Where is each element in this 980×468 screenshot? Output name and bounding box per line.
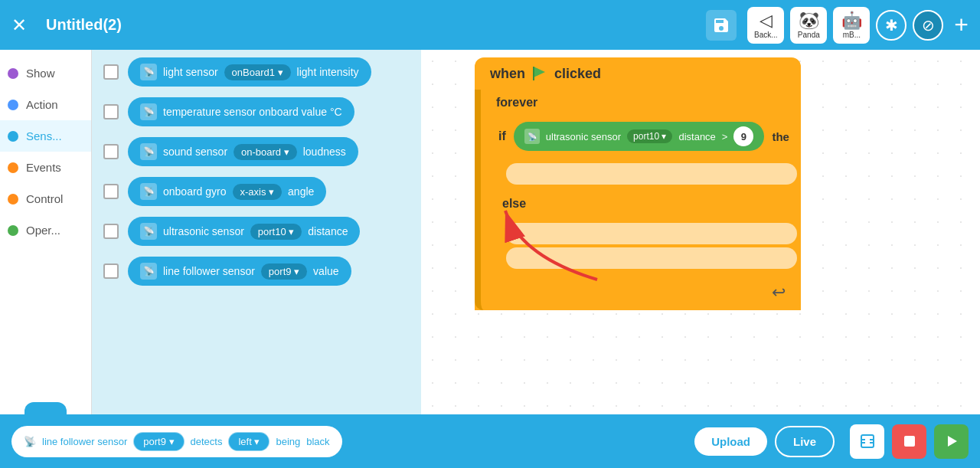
condition-block[interactable]: 📡 ultrasonic sensor port10 ▾ distance > …: [514, 122, 765, 151]
back-button[interactable]: ◁ Back...: [747, 7, 784, 44]
condition-value[interactable]: 9: [733, 126, 753, 146]
bottom-bar: 📡 line follower sensor port9 ▾ detects l…: [0, 414, 980, 468]
app-title: Untitled(2): [46, 16, 122, 34]
sensor-icon: 📡: [140, 183, 157, 200]
bottom-being-label: being: [276, 436, 300, 447]
gyro-sensor-label: onboard gyro: [163, 185, 227, 198]
mb-label: mB...: [843, 31, 861, 39]
sensor-icon: 📡: [140, 143, 157, 160]
list-item: 📡 ultrasonic sensor port10 ▾ distance: [103, 217, 410, 246]
gyro-sensor-value: angle: [288, 185, 314, 198]
if-block-header[interactable]: if 📡 ultrasonic sensor port10 ▾ distance…: [487, 116, 801, 157]
fit-screen-button[interactable]: [850, 424, 884, 459]
settings-icon: ⊘: [922, 16, 935, 34]
show-dot: [8, 68, 18, 79]
mb-button[interactable]: 🤖 mB...: [833, 7, 870, 44]
gyro-sensor-block[interactable]: 📡 onboard gyro x-axis ▾ angle: [128, 177, 326, 206]
panda-button[interactable]: 🐼 Panda: [790, 7, 827, 44]
header: ✕ Untitled(2) ◁ Back... 🐼 Panda 🤖 mB... …: [0, 0, 980, 50]
light-sensor-port-dropdown[interactable]: onBoard1 ▾: [224, 64, 291, 80]
ultrasonic-sensor-value: distance: [308, 225, 348, 237]
sound-sensor-port-dropdown[interactable]: on-board ▾: [234, 144, 297, 160]
bottom-color-label: black: [306, 436, 329, 447]
sound-sensor-value: loudness: [303, 146, 346, 158]
light-sensor-checkbox[interactable]: [103, 64, 119, 80]
sidebar-label-sensors: Sens...: [26, 129, 62, 142]
save-button[interactable]: [706, 10, 737, 41]
ultrasonic-condition-icon: 📡: [524, 129, 540, 144]
bottom-line-follower-block[interactable]: 📡 line follower sensor port9 ▾ detects l…: [11, 426, 342, 457]
temp-sensor-label: temperature sensor onboard value °C: [163, 106, 342, 118]
stop-button[interactable]: [892, 424, 926, 459]
sound-sensor-checkbox[interactable]: [103, 144, 119, 159]
sidebar-item-sensors[interactable]: Sens...: [0, 120, 91, 152]
ultrasonic-sensor-checkbox[interactable]: [103, 224, 119, 239]
settings-button[interactable]: ⊘: [913, 10, 943, 41]
gyro-sensor-checkbox[interactable]: [103, 184, 119, 199]
sidebar-item-action[interactable]: Action: [0, 89, 91, 120]
sidebar-label-events: Events: [26, 161, 61, 174]
svg-rect-1: [533, 67, 534, 80]
ultrasonic-port-dropdown[interactable]: port10 ▾: [250, 224, 302, 240]
add-button[interactable]: +: [954, 11, 969, 39]
live-button[interactable]: Live: [775, 426, 835, 457]
sidebar-label-control: Control: [26, 192, 63, 205]
list-item: 📡 light sensor onBoard1 ▾ light intensit…: [103, 57, 410, 87]
sidebar-item-operators[interactable]: Oper...: [0, 214, 91, 246]
operators-dot: [8, 225, 18, 236]
sensor-icon: 📡: [140, 103, 157, 120]
play-button[interactable]: [934, 424, 969, 459]
if-slot: [506, 163, 797, 185]
bottom-sensor-label: line follower sensor: [42, 436, 127, 447]
control-dot: [8, 194, 18, 205]
upload-button[interactable]: Upload: [694, 427, 767, 456]
light-sensor-block[interactable]: 📡 light sensor onBoard1 ▾ light intensit…: [128, 57, 371, 87]
forever-block[interactable]: forever: [475, 90, 801, 116]
sidebar-label-show: Show: [26, 67, 55, 80]
then-label: the: [772, 130, 789, 143]
list-item: 📡 sound sensor on-board ▾ loudness: [103, 137, 410, 166]
else-body: [487, 217, 801, 275]
temp-sensor-block[interactable]: 📡 temperature sensor onboard value °C: [128, 97, 354, 126]
block-end: ↩: [475, 275, 801, 310]
light-sensor-label: light sensor: [163, 66, 218, 78]
sound-sensor-block[interactable]: 📡 sound sensor on-board ▾ loudness: [128, 137, 358, 166]
line-follower-sensor-label: line follower sensor: [163, 265, 255, 277]
bottom-direction-dropdown[interactable]: left ▾: [228, 432, 270, 451]
svg-marker-0: [534, 67, 545, 77]
else-label: else: [502, 197, 526, 210]
condition-sensor-label: ultrasonic sensor: [546, 131, 621, 142]
ultrasonic-sensor-label: ultrasonic sensor: [163, 225, 244, 237]
sidebar-label-action: Action: [26, 98, 58, 111]
sidebar-item-control[interactable]: Control: [0, 183, 91, 214]
loop-arrow-icon: ↩: [772, 283, 786, 303]
sidebar-item-show[interactable]: Show: [0, 57, 91, 89]
line-follower-checkbox[interactable]: [103, 263, 119, 279]
condition-port-dropdown[interactable]: port10 ▾: [627, 129, 672, 143]
bottom-port-dropdown[interactable]: port9 ▾: [133, 432, 184, 451]
light-sensor-value: light intensity: [297, 66, 359, 78]
bottom-sensor-icon: 📡: [24, 436, 36, 447]
sound-sensor-label: sound sensor: [163, 146, 227, 158]
if-body: [487, 157, 801, 191]
bluetooth-button[interactable]: ✱: [876, 10, 906, 41]
events-dot: [8, 162, 18, 173]
back-icon: ◁: [760, 11, 773, 31]
action-dot: [8, 100, 18, 110]
line-follower-sensor-block[interactable]: 📡 line follower sensor port9 ▾ value: [128, 257, 351, 286]
else-block[interactable]: else: [487, 191, 801, 217]
code-block-stack: when clicked forever if 📡: [475, 57, 801, 310]
line-follower-port-dropdown[interactable]: port9 ▾: [261, 263, 307, 280]
sidebar-item-events[interactable]: Events: [0, 152, 91, 183]
gyro-axis-dropdown[interactable]: x-axis ▾: [233, 184, 283, 200]
condition-property: distance: [678, 131, 715, 142]
temp-sensor-checkbox[interactable]: [103, 104, 119, 119]
bluetooth-icon: ✱: [885, 16, 898, 34]
when-clicked-block[interactable]: when clicked: [475, 57, 801, 90]
close-button[interactable]: ✕: [11, 15, 27, 36]
ultrasonic-sensor-block[interactable]: 📡 ultrasonic sensor port10 ▾ distance: [128, 217, 360, 246]
line-follower-sensor-value: value: [313, 265, 338, 277]
clicked-label: clicked: [554, 66, 601, 82]
panda-icon: 🐼: [799, 11, 819, 31]
panda-label: Panda: [798, 31, 820, 39]
